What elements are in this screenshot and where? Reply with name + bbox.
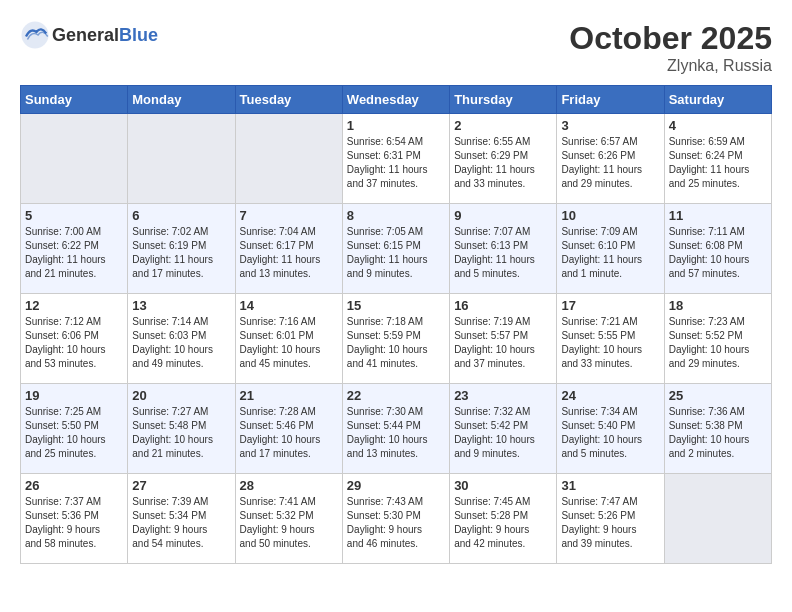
- day-number: 5: [25, 208, 123, 223]
- calendar-cell: 22Sunrise: 7:30 AM Sunset: 5:44 PM Dayli…: [342, 384, 449, 474]
- day-info: Sunrise: 7:05 AM Sunset: 6:15 PM Dayligh…: [347, 225, 445, 281]
- day-number: 7: [240, 208, 338, 223]
- day-info: Sunrise: 6:57 AM Sunset: 6:26 PM Dayligh…: [561, 135, 659, 191]
- day-number: 1: [347, 118, 445, 133]
- calendar-cell: 28Sunrise: 7:41 AM Sunset: 5:32 PM Dayli…: [235, 474, 342, 564]
- calendar-cell: [128, 114, 235, 204]
- day-info: Sunrise: 7:36 AM Sunset: 5:38 PM Dayligh…: [669, 405, 767, 461]
- day-number: 17: [561, 298, 659, 313]
- day-info: Sunrise: 6:54 AM Sunset: 6:31 PM Dayligh…: [347, 135, 445, 191]
- calendar-cell: 5Sunrise: 7:00 AM Sunset: 6:22 PM Daylig…: [21, 204, 128, 294]
- day-number: 25: [669, 388, 767, 403]
- day-info: Sunrise: 7:02 AM Sunset: 6:19 PM Dayligh…: [132, 225, 230, 281]
- calendar-cell: 21Sunrise: 7:28 AM Sunset: 5:46 PM Dayli…: [235, 384, 342, 474]
- day-info: Sunrise: 6:55 AM Sunset: 6:29 PM Dayligh…: [454, 135, 552, 191]
- day-number: 29: [347, 478, 445, 493]
- weekday-header-wednesday: Wednesday: [342, 86, 449, 114]
- weekday-header-sunday: Sunday: [21, 86, 128, 114]
- calendar-week-row: 26Sunrise: 7:37 AM Sunset: 5:36 PM Dayli…: [21, 474, 772, 564]
- calendar-week-row: 1Sunrise: 6:54 AM Sunset: 6:31 PM Daylig…: [21, 114, 772, 204]
- day-info: Sunrise: 7:37 AM Sunset: 5:36 PM Dayligh…: [25, 495, 123, 551]
- day-info: Sunrise: 7:21 AM Sunset: 5:55 PM Dayligh…: [561, 315, 659, 371]
- day-number: 15: [347, 298, 445, 313]
- calendar-cell: 31Sunrise: 7:47 AM Sunset: 5:26 PM Dayli…: [557, 474, 664, 564]
- calendar-cell: 17Sunrise: 7:21 AM Sunset: 5:55 PM Dayli…: [557, 294, 664, 384]
- day-info: Sunrise: 7:18 AM Sunset: 5:59 PM Dayligh…: [347, 315, 445, 371]
- calendar-cell: 6Sunrise: 7:02 AM Sunset: 6:19 PM Daylig…: [128, 204, 235, 294]
- calendar-cell: 30Sunrise: 7:45 AM Sunset: 5:28 PM Dayli…: [450, 474, 557, 564]
- day-info: Sunrise: 7:12 AM Sunset: 6:06 PM Dayligh…: [25, 315, 123, 371]
- calendar-cell: 15Sunrise: 7:18 AM Sunset: 5:59 PM Dayli…: [342, 294, 449, 384]
- day-info: Sunrise: 7:47 AM Sunset: 5:26 PM Dayligh…: [561, 495, 659, 551]
- day-number: 20: [132, 388, 230, 403]
- day-number: 2: [454, 118, 552, 133]
- calendar-cell: 14Sunrise: 7:16 AM Sunset: 6:01 PM Dayli…: [235, 294, 342, 384]
- day-info: Sunrise: 7:30 AM Sunset: 5:44 PM Dayligh…: [347, 405, 445, 461]
- day-info: Sunrise: 7:16 AM Sunset: 6:01 PM Dayligh…: [240, 315, 338, 371]
- day-info: Sunrise: 7:14 AM Sunset: 6:03 PM Dayligh…: [132, 315, 230, 371]
- calendar-cell: 18Sunrise: 7:23 AM Sunset: 5:52 PM Dayli…: [664, 294, 771, 384]
- day-info: Sunrise: 7:34 AM Sunset: 5:40 PM Dayligh…: [561, 405, 659, 461]
- day-number: 9: [454, 208, 552, 223]
- location-text: Zlynka, Russia: [569, 57, 772, 75]
- calendar-cell: 13Sunrise: 7:14 AM Sunset: 6:03 PM Dayli…: [128, 294, 235, 384]
- calendar-cell: [664, 474, 771, 564]
- calendar-cell: [21, 114, 128, 204]
- day-info: Sunrise: 7:11 AM Sunset: 6:08 PM Dayligh…: [669, 225, 767, 281]
- calendar-cell: 27Sunrise: 7:39 AM Sunset: 5:34 PM Dayli…: [128, 474, 235, 564]
- calendar-week-row: 19Sunrise: 7:25 AM Sunset: 5:50 PM Dayli…: [21, 384, 772, 474]
- calendar-week-row: 5Sunrise: 7:00 AM Sunset: 6:22 PM Daylig…: [21, 204, 772, 294]
- day-info: Sunrise: 7:19 AM Sunset: 5:57 PM Dayligh…: [454, 315, 552, 371]
- month-year-title: October 2025: [569, 20, 772, 57]
- day-number: 10: [561, 208, 659, 223]
- day-number: 31: [561, 478, 659, 493]
- logo-blue-text: Blue: [119, 25, 158, 45]
- day-number: 27: [132, 478, 230, 493]
- day-number: 23: [454, 388, 552, 403]
- weekday-header-row: SundayMondayTuesdayWednesdayThursdayFrid…: [21, 86, 772, 114]
- calendar-cell: 26Sunrise: 7:37 AM Sunset: 5:36 PM Dayli…: [21, 474, 128, 564]
- calendar-cell: 3Sunrise: 6:57 AM Sunset: 6:26 PM Daylig…: [557, 114, 664, 204]
- day-info: Sunrise: 7:09 AM Sunset: 6:10 PM Dayligh…: [561, 225, 659, 281]
- day-info: Sunrise: 7:07 AM Sunset: 6:13 PM Dayligh…: [454, 225, 552, 281]
- day-info: Sunrise: 7:45 AM Sunset: 5:28 PM Dayligh…: [454, 495, 552, 551]
- day-number: 19: [25, 388, 123, 403]
- calendar-cell: 8Sunrise: 7:05 AM Sunset: 6:15 PM Daylig…: [342, 204, 449, 294]
- calendar-table: SundayMondayTuesdayWednesdayThursdayFrid…: [20, 85, 772, 564]
- calendar-cell: 16Sunrise: 7:19 AM Sunset: 5:57 PM Dayli…: [450, 294, 557, 384]
- day-info: Sunrise: 7:00 AM Sunset: 6:22 PM Dayligh…: [25, 225, 123, 281]
- calendar-cell: 29Sunrise: 7:43 AM Sunset: 5:30 PM Dayli…: [342, 474, 449, 564]
- calendar-cell: 2Sunrise: 6:55 AM Sunset: 6:29 PM Daylig…: [450, 114, 557, 204]
- weekday-header-saturday: Saturday: [664, 86, 771, 114]
- day-number: 6: [132, 208, 230, 223]
- day-number: 13: [132, 298, 230, 313]
- day-info: Sunrise: 7:04 AM Sunset: 6:17 PM Dayligh…: [240, 225, 338, 281]
- day-number: 21: [240, 388, 338, 403]
- calendar-cell: 25Sunrise: 7:36 AM Sunset: 5:38 PM Dayli…: [664, 384, 771, 474]
- day-number: 26: [25, 478, 123, 493]
- calendar-cell: 19Sunrise: 7:25 AM Sunset: 5:50 PM Dayli…: [21, 384, 128, 474]
- calendar-cell: 4Sunrise: 6:59 AM Sunset: 6:24 PM Daylig…: [664, 114, 771, 204]
- calendar-cell: 10Sunrise: 7:09 AM Sunset: 6:10 PM Dayli…: [557, 204, 664, 294]
- day-info: Sunrise: 6:59 AM Sunset: 6:24 PM Dayligh…: [669, 135, 767, 191]
- calendar-cell: 23Sunrise: 7:32 AM Sunset: 5:42 PM Dayli…: [450, 384, 557, 474]
- day-info: Sunrise: 7:27 AM Sunset: 5:48 PM Dayligh…: [132, 405, 230, 461]
- day-number: 4: [669, 118, 767, 133]
- logo: GeneralBlue: [20, 20, 158, 50]
- day-number: 14: [240, 298, 338, 313]
- weekday-header-tuesday: Tuesday: [235, 86, 342, 114]
- calendar-cell: 12Sunrise: 7:12 AM Sunset: 6:06 PM Dayli…: [21, 294, 128, 384]
- day-number: 8: [347, 208, 445, 223]
- calendar-cell: 9Sunrise: 7:07 AM Sunset: 6:13 PM Daylig…: [450, 204, 557, 294]
- calendar-week-row: 12Sunrise: 7:12 AM Sunset: 6:06 PM Dayli…: [21, 294, 772, 384]
- weekday-header-monday: Monday: [128, 86, 235, 114]
- day-info: Sunrise: 7:43 AM Sunset: 5:30 PM Dayligh…: [347, 495, 445, 551]
- day-number: 30: [454, 478, 552, 493]
- day-info: Sunrise: 7:28 AM Sunset: 5:46 PM Dayligh…: [240, 405, 338, 461]
- title-block: October 2025 Zlynka, Russia: [569, 20, 772, 75]
- calendar-cell: [235, 114, 342, 204]
- day-number: 11: [669, 208, 767, 223]
- day-number: 28: [240, 478, 338, 493]
- weekday-header-friday: Friday: [557, 86, 664, 114]
- day-info: Sunrise: 7:25 AM Sunset: 5:50 PM Dayligh…: [25, 405, 123, 461]
